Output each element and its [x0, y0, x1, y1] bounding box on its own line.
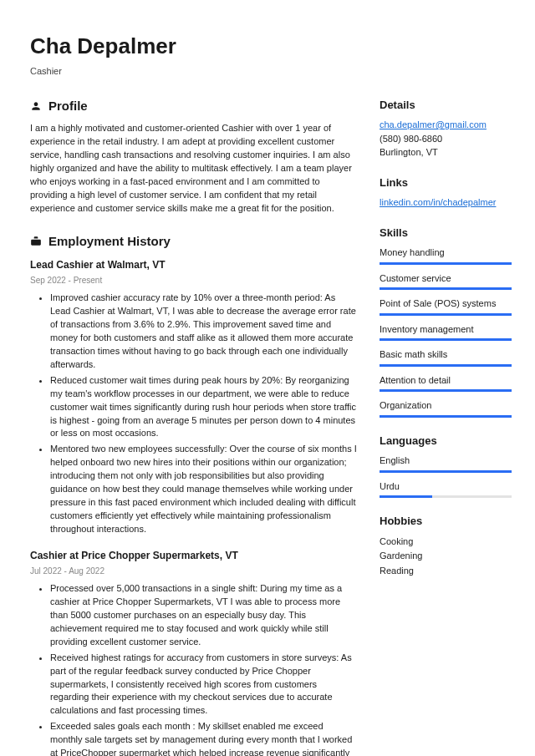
location-text: Burlington, VT — [380, 145, 512, 160]
skill-item: Attention to detail — [380, 373, 512, 393]
language-item-bar-fill — [380, 470, 512, 473]
job-bullet: Reduced customer wait times during peak … — [50, 374, 358, 441]
candidate-name: Cha Depalmer — [30, 30, 512, 63]
hobbies-heading: Hobbies — [380, 513, 512, 530]
language-item-bar-fill — [380, 495, 432, 498]
skill-item: Money handling — [380, 246, 512, 265]
page-body: Profile I am a highly motivated and cust… — [30, 97, 512, 757]
skill-item-bar — [380, 287, 512, 290]
hobby-item: Gardening — [380, 549, 512, 564]
language-item-bar — [380, 470, 512, 473]
skill-item-bar-fill — [380, 287, 512, 290]
hobby-item: Reading — [380, 564, 512, 579]
details-section: Details cha.depalmer@gmail.com (580) 980… — [380, 97, 512, 160]
skill-item-bar — [380, 262, 512, 265]
candidate-title: Cashier — [30, 64, 512, 79]
language-item-name: Urdu — [380, 479, 512, 494]
employment-heading: Employment History — [30, 232, 358, 251]
skill-item-name: Customer service — [380, 271, 512, 286]
job-bullet: Improved cashier accuracy rate by 10% ov… — [50, 292, 358, 372]
job-dates: Sep 2022 - Present — [30, 274, 358, 287]
languages-heading: Languages — [380, 433, 512, 449]
job-title: Cashier at Price Chopper Supermarkets, V… — [30, 548, 358, 563]
language-item-name: English — [380, 454, 512, 468]
skill-item-bar — [380, 364, 512, 367]
skill-item-name: Point of Sale (POS) systems — [380, 297, 512, 311]
job-dates: Jul 2022 - Aug 2022 — [30, 565, 358, 577]
job-bullet: Processed over 5,000 transactions in a s… — [50, 582, 358, 649]
main-column: Profile I am a highly motivated and cust… — [30, 97, 358, 757]
skill-item: Point of Sale (POS) systems — [380, 297, 512, 316]
header: Cha Depalmer Cashier — [30, 30, 512, 79]
languages-section: Languages EnglishUrdu — [380, 433, 512, 499]
skill-item-bar-fill — [380, 313, 512, 316]
skill-item-name: Attention to detail — [380, 373, 512, 388]
skill-item: Customer service — [380, 271, 512, 291]
links-section: Links linkedin.com/in/chadepalmer — [380, 175, 512, 210]
skill-item-bar-fill — [380, 389, 512, 392]
skill-item-bar-fill — [380, 262, 512, 265]
sidebar: Details cha.depalmer@gmail.com (580) 980… — [380, 97, 512, 757]
job-bullet: Mentored two new employees successfully:… — [50, 443, 358, 536]
skill-item-bar — [380, 338, 512, 341]
skill-item: Inventory management — [380, 322, 512, 342]
job-title: Lead Cashier at Walmart, VT — [30, 257, 358, 272]
email-link[interactable]: cha.depalmer@gmail.com — [380, 119, 487, 129]
skills-section: Skills Money handlingCustomer servicePoi… — [380, 225, 512, 418]
skill-item-bar — [380, 415, 512, 418]
skill-item-bar-fill — [380, 415, 512, 418]
skill-item-bar — [380, 313, 512, 316]
skill-item-bar-fill — [380, 364, 512, 367]
job-bullet: Exceeded sales goals each month : My ski… — [50, 720, 358, 756]
linkedin-link[interactable]: linkedin.com/in/chadepalmer — [380, 197, 496, 207]
language-item-bar — [380, 495, 512, 498]
skill-item-bar-fill — [380, 338, 512, 341]
skill-item-name: Money handling — [380, 246, 512, 260]
job: Lead Cashier at Walmart, VTSep 2022 - Pr… — [30, 257, 358, 536]
hobby-item: Cooking — [380, 535, 512, 550]
skill-item-name: Basic math skills — [380, 348, 512, 362]
skills-heading: Skills — [380, 225, 512, 241]
briefcase-icon — [30, 236, 42, 247]
skill-item: Organization — [380, 398, 512, 418]
job-bullet: Received highest ratings for accuracy fr… — [50, 652, 358, 718]
person-icon — [30, 100, 42, 112]
language-item: Urdu — [380, 479, 512, 499]
job-bullets: Processed over 5,000 transactions in a s… — [30, 582, 358, 756]
job: Cashier at Price Chopper Supermarkets, V… — [30, 548, 358, 756]
profile-heading-text: Profile — [48, 97, 88, 116]
skill-item-name: Organization — [380, 398, 512, 413]
skill-item: Basic math skills — [380, 348, 512, 367]
phone-text: (580) 980-6860 — [380, 132, 512, 146]
skill-item-name: Inventory management — [380, 322, 512, 337]
profile-heading: Profile — [30, 97, 358, 116]
links-heading: Links — [380, 175, 512, 191]
language-item: English — [380, 454, 512, 473]
employment-heading-text: Employment History — [48, 232, 171, 251]
skill-item-bar — [380, 389, 512, 392]
profile-text: I am a highly motivated and customer-ori… — [30, 122, 358, 216]
hobbies-section: Hobbies CookingGardeningReading — [380, 513, 512, 578]
details-heading: Details — [380, 97, 512, 114]
job-bullets: Improved cashier accuracy rate by 10% ov… — [30, 292, 358, 536]
